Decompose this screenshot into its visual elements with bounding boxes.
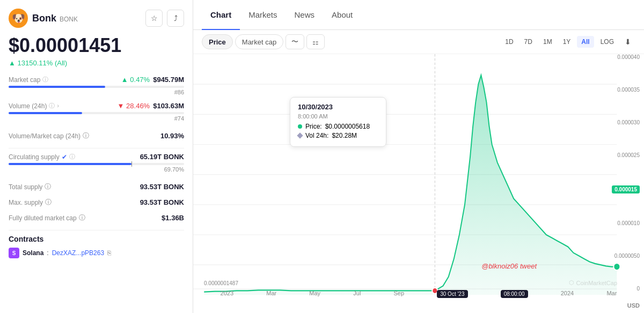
copy-icon[interactable]: ⎘ [107, 249, 111, 257]
contract-colon: : [47, 249, 48, 257]
total-supply-label: Total supply ⓘ [9, 182, 51, 191]
coin-header: 🐶 Bonk BONK ☆ ⤴ [9, 9, 184, 28]
volume-row: Volume (24h) ⓘ › ▼ 28.46% $103.63M #74 [9, 102, 184, 122]
max-supply-row: Max. supply ⓘ 93.53T BONK [9, 195, 184, 210]
left-panel: 🐶 Bonk BONK ☆ ⤴ $0.00001451 ▲ 13150.11% … [0, 0, 193, 313]
x-label-mar2: Mar [606, 290, 617, 298]
chart-toolbar-right: 1D 7D 1M 1Y All LOG ⬇ [501, 35, 635, 48]
tab-news[interactable]: News [286, 0, 324, 30]
volume-chevron-icon[interactable]: › [57, 103, 58, 109]
contract-chain-label: Solana [23, 249, 43, 257]
market-cap-change: ▲ 0.47% [121, 76, 150, 84]
max-supply-label: Max. supply ⓘ [9, 198, 52, 207]
time-1d-btn[interactable]: 1D [501, 36, 517, 48]
contract-address[interactable]: DezXAZ...pPB263 [52, 249, 104, 257]
baseline-label: 0.0000001487 [204, 280, 238, 286]
x-label-mar1: Mar [266, 290, 276, 298]
right-panel: Chart Markets News About Price Market ca… [193, 0, 644, 313]
usd-label: USD [627, 302, 640, 309]
cmc-logo-icon: ⬡ [569, 279, 574, 286]
tooltip-price-label: Price: [305, 123, 322, 130]
y-current-price: 0.000015 [612, 185, 640, 193]
download-btn[interactable]: ⬇ [620, 35, 635, 48]
volume-change: ▼ 28.46% [118, 102, 150, 110]
fully-diluted-value: $1.36B [162, 214, 184, 222]
time-1y-btn[interactable]: 1Y [559, 36, 575, 48]
chart-nav: Chart Markets News About [193, 0, 644, 30]
divider-1 [9, 148, 184, 148]
circ-supply-row: Circulating supply ✔ ⓘ 65.19T BONK 69.70… [9, 153, 184, 173]
circ-supply-pct: 69.70% [164, 166, 184, 173]
volume-market-cap-label: Volume/Market cap (24h) ⓘ [9, 131, 89, 140]
volume-label: Volume (24h) ⓘ › [9, 102, 59, 110]
contracts-section: Contracts S Solana : DezXAZ...pPB263 ⎘ [9, 235, 184, 258]
watchlist-button[interactable]: ☆ [145, 10, 163, 27]
price-display: $0.00001451 [9, 34, 184, 57]
market-cap-bar-fill [9, 86, 105, 88]
fully-diluted-row: Fully diluted market cap ⓘ $1.36B [9, 210, 184, 226]
tab-markets[interactable]: Markets [240, 0, 286, 30]
volume-market-cap-row: Volume/Market cap (24h) ⓘ 10.93% [9, 128, 184, 144]
tooltip-date: 10/30/2023 [298, 103, 378, 111]
max-supply-info-icon[interactable]: ⓘ [45, 198, 52, 207]
verified-icon: ✔ [62, 153, 67, 161]
x-label-2024: 2024 [561, 290, 574, 298]
market-cap-info-icon[interactable]: ⓘ [42, 76, 48, 84]
marketcap-pill[interactable]: Market cap [235, 34, 283, 49]
candle-chart-icon[interactable]: ⚏ [306, 34, 325, 49]
x-axis-labels: 2023 Mar May Jul Sep 30 Oct '23 08:00:00… [193, 290, 644, 298]
coin-ticker: BONK [60, 16, 78, 23]
contract-row: S Solana : DezXAZ...pPB263 ⎘ [9, 248, 184, 258]
fully-diluted-info-icon[interactable]: ⓘ [79, 213, 85, 222]
x-label-2023: 2023 [221, 290, 233, 298]
solana-icon: S [9, 248, 19, 258]
x-label-jul: Jul [353, 290, 361, 298]
volume-info-icon[interactable]: ⓘ [49, 102, 55, 110]
circ-supply-bar-wrap: 69.70% [9, 163, 184, 173]
chart-annotation: @blknoiz06 tweet [481, 262, 537, 270]
y-axis-labels: 0.000040 0.000035 0.000030 0.000025 0.00… [612, 54, 640, 292]
price-change: ▲ 13150.11% (All) [9, 59, 184, 67]
time-1m-btn[interactable]: 1M [539, 36, 557, 48]
circ-supply-bar-fill [9, 163, 131, 165]
divider-2 [9, 230, 184, 230]
market-cap-label: Market cap ⓘ [9, 76, 48, 84]
price-change-sign: ▲ [9, 59, 16, 67]
contracts-title: Contracts [9, 235, 184, 243]
fully-diluted-label: Fully diluted market cap ⓘ [9, 213, 85, 222]
tooltip-price-row: Price: $0.0000005618 [298, 123, 378, 130]
y-label-3: 0.000030 [617, 120, 640, 125]
time-7d-btn[interactable]: 7D [520, 36, 537, 48]
volume-bar [9, 112, 184, 114]
circ-supply-info-icon[interactable]: ⓘ [69, 153, 75, 161]
log-btn[interactable]: LOG [596, 36, 618, 48]
share-button[interactable]: ⤴ [167, 10, 184, 27]
volume-mcap-info-icon[interactable]: ⓘ [83, 131, 89, 140]
price-change-period: (All) [55, 59, 67, 67]
tooltip-vol-label: Vol 24h: [305, 132, 328, 139]
price-change-pct: 13150.11% [18, 59, 53, 67]
market-cap-bar [9, 86, 184, 88]
y-label-4: 0.000025 [617, 152, 640, 158]
circ-supply-label: Circulating supply ✔ ⓘ [9, 153, 75, 161]
market-cap-values: ▲ 0.47% $945.79M [121, 76, 184, 84]
y-label-6: 0.0000050 [614, 253, 640, 259]
chart-toolbar-left: Price Market cap 〜 ⚏ [202, 34, 325, 49]
max-supply-value: 93.53T BONK [140, 198, 184, 206]
total-supply-info-icon[interactable]: ⓘ [45, 182, 51, 191]
tooltip-time: 8:00:00 AM [298, 113, 378, 120]
tooltip-vol-row: Vol 24h: $20.28M [298, 132, 378, 139]
volume-value: $103.63M [153, 102, 184, 110]
tooltip-price-value: $0.0000005618 [325, 123, 370, 130]
coin-logo: 🐶 [9, 9, 28, 28]
line-chart-icon[interactable]: 〜 [286, 34, 304, 49]
market-cap-rank: #86 [9, 89, 184, 95]
tab-about[interactable]: About [323, 0, 361, 30]
circ-supply-value: 65.19T BONK [140, 153, 184, 161]
tab-chart[interactable]: Chart [202, 0, 240, 30]
price-pill[interactable]: Price [202, 34, 233, 49]
coin-identity: 🐶 Bonk BONK [9, 9, 78, 28]
header-actions: ☆ ⤴ [145, 10, 184, 27]
total-supply-row: Total supply ⓘ 93.53T BONK [9, 179, 184, 195]
time-all-btn[interactable]: All [577, 36, 594, 48]
